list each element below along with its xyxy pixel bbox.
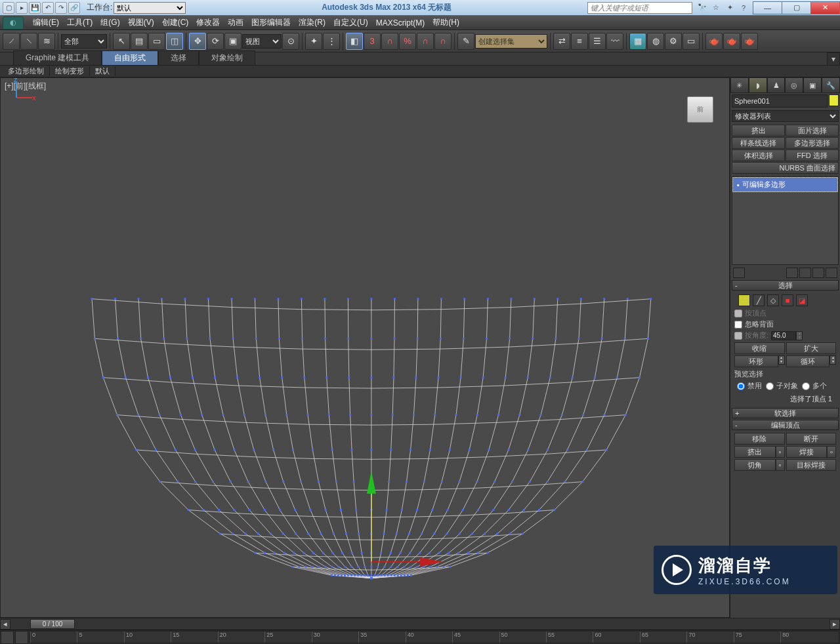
quick-nurbssel-button[interactable]: NURBS 曲面选择 <box>732 162 839 174</box>
menu-render[interactable]: 渲染(R) <box>295 17 329 28</box>
configure-icon[interactable] <box>826 268 837 278</box>
panel-tab-utilities-icon[interactable]: 🔧 <box>822 77 840 93</box>
menu-modifiers[interactable]: 修改器 <box>192 17 224 28</box>
object-name-input[interactable] <box>732 94 828 108</box>
render-last-icon[interactable]: 🫖 <box>741 33 758 50</box>
save-icon[interactable]: 💾 <box>29 2 41 14</box>
binoc-icon[interactable]: 🔭 <box>696 2 708 14</box>
quick-ffdsel-button[interactable]: FFD 选择 <box>786 150 839 161</box>
named-selection-dropdown[interactable]: 创建选择集 <box>475 34 547 49</box>
angle-snap-icon[interactable]: 3 <box>364 33 381 50</box>
rollout-selection-header[interactable]: -选择 <box>732 280 839 291</box>
snap-4-icon[interactable]: ∩ <box>417 33 434 50</box>
scale-icon[interactable]: ▣ <box>224 33 242 50</box>
rotate-icon[interactable]: ⟳ <box>207 33 224 50</box>
ignore-backface-checkbox[interactable]: 忽略背面 <box>734 319 836 330</box>
trackbar-toggle-icon[interactable] <box>1 631 14 644</box>
extrude-opt-icon[interactable]: ▫ <box>776 446 785 458</box>
quick-patchsel-button[interactable]: 面片选择 <box>786 125 839 136</box>
panel-tab-modify-icon[interactable]: ◗ <box>749 77 767 93</box>
menu-edit[interactable]: 编辑(E) <box>29 17 63 28</box>
select-name-icon[interactable]: ▤ <box>131 33 148 50</box>
selection-filter-dropdown[interactable]: 全部 <box>61 34 107 49</box>
close-button[interactable]: ✕ <box>810 1 840 14</box>
trackbar-ruler[interactable]: 05101520253035404550556065707580 <box>30 631 839 643</box>
manip-icon[interactable]: ✦ <box>305 33 322 50</box>
panel-tab-motion-icon[interactable]: ◎ <box>785 77 803 93</box>
menu-views[interactable]: 视图(V) <box>124 17 158 28</box>
menu-create[interactable]: 创建(C) <box>158 17 193 28</box>
menu-grapheditor[interactable]: 图形编辑器 <box>247 17 295 28</box>
ribbon-sub-paintdeform[interactable]: 绘制变形 <box>50 66 90 76</box>
quick-polysel-button[interactable]: 多边形选择 <box>786 137 839 149</box>
menu-tools[interactable]: 工具(T) <box>63 17 96 28</box>
make-unique-icon[interactable] <box>799 268 811 278</box>
so-polygon-icon[interactable]: ■ <box>782 294 793 306</box>
bind-tool-icon[interactable]: ≋ <box>38 33 55 50</box>
menu-maxscript[interactable]: MAXScript(M) <box>372 18 429 28</box>
render-frame-icon[interactable]: ▭ <box>682 33 700 50</box>
target-weld-button[interactable]: 目标焊接 <box>786 459 837 471</box>
percent-snap-icon[interactable]: ∩ <box>381 33 398 50</box>
loop-spinner[interactable]: ▴▾ <box>830 355 836 365</box>
move-icon[interactable]: ✥ <box>189 33 206 50</box>
so-element-icon[interactable]: ◪ <box>796 294 808 306</box>
window-crossing-icon[interactable]: ◫ <box>166 33 183 50</box>
chamfer-opt-icon[interactable]: ▫ <box>776 459 785 471</box>
undo-icon[interactable]: ↶ <box>42 2 54 14</box>
stack-item-editpoly[interactable]: ▪可编辑多边形 <box>732 177 838 192</box>
redo-icon[interactable]: ↷ <box>55 2 67 14</box>
so-edge-icon[interactable]: ╱ <box>753 294 765 306</box>
show-end-icon[interactable] <box>786 268 798 278</box>
track-bar[interactable]: 05101520253035404550556065707580 <box>0 630 840 644</box>
ref-coord-dropdown[interactable]: 视图 <box>242 34 282 49</box>
preview-multi-radio[interactable]: 多个 <box>802 380 827 392</box>
menu-animation[interactable]: 动画 <box>224 17 247 28</box>
time-thumb[interactable]: 0 / 100 <box>30 619 75 629</box>
modifier-list-dropdown[interactable]: 修改器列表 <box>732 110 839 122</box>
help-icon[interactable]: ? <box>738 2 749 14</box>
material-editor-icon[interactable]: ◍ <box>647 33 664 50</box>
maximize-button[interactable]: ▢ <box>782 1 811 14</box>
keymode-icon[interactable]: ⋮ <box>323 33 340 50</box>
trackbar-curve-icon[interactable] <box>15 631 28 644</box>
ribbon-sub-default[interactable]: 默认 <box>90 66 116 76</box>
minimize-button[interactable]: — <box>753 1 782 14</box>
mirror-icon[interactable]: ⇄ <box>553 33 570 50</box>
modifier-stack[interactable]: ▪可编辑多边形 <box>732 176 839 265</box>
time-slider[interactable]: ◂ 0 / 100 ▸ <box>0 618 840 630</box>
weld-button[interactable]: 焊接 <box>786 446 828 458</box>
ribbon-tab-selection[interactable]: 选择 <box>158 50 199 65</box>
workspace-dropdown[interactable]: 默认 <box>114 2 186 14</box>
render-setup-icon[interactable]: ⚙ <box>665 33 682 50</box>
link-tool-icon[interactable]: ⟋ <box>3 33 20 50</box>
unlink-tool-icon[interactable]: ⟍ <box>20 33 37 50</box>
rollout-editvert-header[interactable]: -编辑顶点 <box>732 420 839 430</box>
viewport[interactable]: [+][前][线框] 前 z x <box>0 77 730 618</box>
menu-customize[interactable]: 自定义(U) <box>329 17 372 28</box>
panel-tab-hierarchy-icon[interactable]: ♟ <box>767 77 786 93</box>
remove-button[interactable]: 移除 <box>734 433 785 445</box>
menu-group[interactable]: 组(G) <box>96 17 123 28</box>
snap-toggle-icon[interactable]: ◧ <box>346 33 363 50</box>
ribbon-tab-graphite[interactable]: Graphite 建模工具 <box>13 50 102 65</box>
select-region-icon[interactable]: ▭ <box>148 33 165 50</box>
panel-tab-display-icon[interactable]: ▣ <box>803 77 822 93</box>
ribbon-sub-polydraw[interactable]: 多边形绘制 <box>3 66 50 76</box>
remove-mod-icon[interactable] <box>812 268 824 278</box>
schematic-icon[interactable]: ▦ <box>629 33 646 50</box>
menu-help[interactable]: 帮助(H) <box>429 17 463 28</box>
shrink-button[interactable]: 收缩 <box>734 342 785 354</box>
render-prod-icon[interactable]: 🫖 <box>705 33 723 50</box>
preview-subobj-radio[interactable]: 子对象 <box>766 380 798 392</box>
ribbon-expand-icon[interactable]: ▾ <box>827 52 840 65</box>
render-iter-icon[interactable]: 🫖 <box>723 33 740 50</box>
app-logo-icon[interactable]: ◐ <box>3 16 24 30</box>
break-button[interactable]: 断开 <box>786 433 837 445</box>
curve-editor-icon[interactable]: 〰 <box>606 33 623 50</box>
spinner-snap-icon[interactable]: % <box>399 33 416 50</box>
select-icon[interactable]: ↖ <box>113 33 130 50</box>
star-icon[interactable]: ✦ <box>724 2 736 14</box>
loop-button[interactable]: 循环 <box>786 355 830 367</box>
frame-next-icon[interactable]: ▸ <box>830 619 840 630</box>
